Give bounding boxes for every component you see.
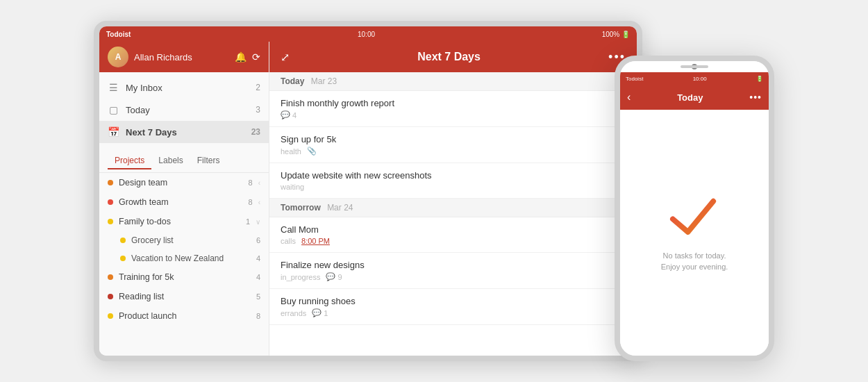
project-list: Design team 8 ‹ Growth team 8 ‹ Family t… bbox=[99, 173, 269, 356]
notification-icon[interactable]: 🔔 bbox=[235, 51, 247, 63]
sidebar-header: A Allan Richards 🔔 ⟳ bbox=[99, 42, 269, 72]
task-update-website[interactable]: Update website with new screenshots wait… bbox=[269, 163, 637, 199]
nav-item-today[interactable]: ▢ Today 3 bbox=[99, 99, 269, 121]
project-item-growth-team[interactable]: Growth team 8 ‹ bbox=[99, 192, 269, 212]
task-buy-running-shoes[interactable]: Buy running shoes errands 💬 1 bbox=[269, 289, 637, 325]
phone-status-bar: Todoist 10:00 🔋 bbox=[620, 72, 769, 85]
main-content: ⤢ Next 7 Days ••• Today Mar 23 Finish mo… bbox=[269, 42, 637, 356]
sidebar-nav: ☰ My Inbox 2 ▢ Today 3 📅 Next 7 Days 23 bbox=[99, 72, 269, 147]
attachment-icon: 📎 bbox=[307, 147, 317, 156]
checkmark-graphic bbox=[667, 193, 722, 242]
status-time: 10:00 bbox=[358, 31, 375, 38]
tablet-device: Todoist 10:00 100% 🔋 A Allan Richards 🔔 … bbox=[94, 21, 642, 361]
battery-label: 100% 🔋 bbox=[602, 31, 630, 38]
task-finalize-designs[interactable]: Finalize new designs in_progress 💬 9 bbox=[269, 253, 637, 289]
tab-filters[interactable]: Filters bbox=[190, 153, 227, 169]
sidebar: A Allan Richards 🔔 ⟳ ☰ My Inbox 2 ▢ Toda… bbox=[99, 42, 269, 356]
phone-battery: 🔋 bbox=[756, 76, 763, 82]
task-meta: health 📎 bbox=[281, 147, 626, 156]
tab-labels[interactable]: Labels bbox=[151, 153, 190, 169]
comment-count: 💬 9 bbox=[326, 272, 342, 281]
task-call-mom[interactable]: Call Mom calls 8:00 PM bbox=[269, 217, 637, 253]
nav-item-next7days[interactable]: 📅 Next 7 Days 23 bbox=[99, 121, 269, 143]
sidebar-header-icons: 🔔 ⟳ bbox=[235, 51, 260, 63]
project-dot bbox=[108, 274, 113, 280]
project-item-family-todos[interactable]: Family to-dos 1 ∨ bbox=[99, 212, 269, 231]
phone-header: ‹ Today ••• bbox=[620, 85, 769, 110]
phone-body: No tasks for today. Enjoy your evening. bbox=[620, 110, 769, 356]
calendar-icon: 📅 bbox=[108, 126, 119, 138]
phone-device: Todoist 10:00 🔋 ‹ Today ••• No tasks for… bbox=[615, 56, 774, 361]
project-dot bbox=[108, 199, 113, 205]
page-title: Next 7 Days bbox=[298, 51, 600, 63]
projects-tabs: Projects Labels Filters bbox=[99, 147, 269, 173]
task-meta: in_progress 💬 9 bbox=[281, 272, 626, 281]
tab-projects[interactable]: Projects bbox=[108, 153, 151, 169]
task-list: Today Mar 23 Finish monthly growth repor… bbox=[269, 72, 637, 356]
comment-count: 💬 4 bbox=[281, 110, 297, 119]
inbox-icon: ☰ bbox=[108, 82, 119, 93]
no-tasks-message: No tasks for today. Enjoy your evening. bbox=[661, 250, 728, 273]
project-dot bbox=[120, 238, 126, 243]
project-dot bbox=[120, 256, 126, 261]
subproject-vacation[interactable]: Vacation to New Zealand 4 bbox=[99, 249, 269, 267]
project-dot bbox=[108, 180, 113, 185]
chevron-icon: ‹ bbox=[258, 179, 260, 187]
nav-item-inbox[interactable]: ☰ My Inbox 2 bbox=[99, 76, 269, 99]
app-name-label: Todoist bbox=[106, 31, 131, 38]
settings-icon[interactable]: ⟳ bbox=[252, 51, 260, 63]
tablet-status-bar: Todoist 10:00 100% 🔋 bbox=[99, 26, 637, 42]
phone-speaker bbox=[681, 65, 708, 68]
task-meta: calls 8:00 PM bbox=[281, 237, 626, 245]
project-item-design-team[interactable]: Design team 8 ‹ bbox=[99, 173, 269, 192]
expand-icon[interactable]: ⤢ bbox=[281, 51, 290, 64]
project-item-product-launch[interactable]: Product launch 8 bbox=[99, 306, 269, 326]
tablet-body: A Allan Richards 🔔 ⟳ ☰ My Inbox 2 ▢ Toda… bbox=[99, 42, 637, 356]
task-time[interactable]: 8:00 PM bbox=[301, 237, 330, 245]
main-header: ⤢ Next 7 Days ••• bbox=[269, 42, 637, 72]
task-signup-5k[interactable]: Sign up for 5k health 📎 bbox=[269, 127, 637, 163]
task-finish-monthly[interactable]: Finish monthly growth report 💬 4 bbox=[269, 91, 637, 127]
section-today: Today Mar 23 bbox=[269, 72, 637, 91]
phone-time: 10:00 bbox=[693, 76, 707, 82]
avatar: A bbox=[108, 47, 128, 67]
phone-notch bbox=[620, 61, 769, 72]
project-item-training[interactable]: Training for 5k 4 bbox=[99, 267, 269, 287]
task-meta: waiting bbox=[281, 183, 626, 191]
chevron-icon: ‹ bbox=[258, 199, 260, 206]
project-item-reading[interactable]: Reading list 5 bbox=[99, 287, 269, 306]
user-name: Allan Richards bbox=[134, 52, 229, 63]
today-icon: ▢ bbox=[108, 104, 119, 115]
project-dot bbox=[108, 219, 113, 224]
project-dot bbox=[108, 313, 113, 319]
subproject-grocery-list[interactable]: Grocery list 6 bbox=[99, 231, 269, 249]
comment-count: 💬 1 bbox=[312, 308, 328, 317]
project-dot bbox=[108, 294, 113, 299]
phone-page-title: Today bbox=[636, 92, 744, 103]
back-button[interactable]: ‹ bbox=[627, 91, 631, 103]
task-meta: errands 💬 1 bbox=[281, 308, 626, 317]
expand-icon: ∨ bbox=[256, 218, 260, 226]
phone-more-icon[interactable]: ••• bbox=[749, 92, 762, 103]
phone-app-name: Todoist bbox=[626, 76, 643, 82]
section-tomorrow: Tomorrow Mar 24 bbox=[269, 199, 637, 217]
task-meta: 💬 4 bbox=[281, 110, 626, 119]
